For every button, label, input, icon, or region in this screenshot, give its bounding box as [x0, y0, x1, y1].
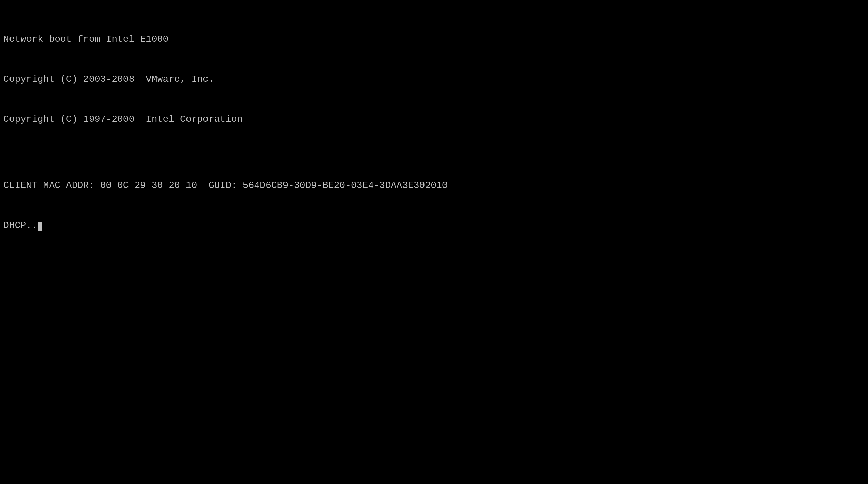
terminal-screen: Network boot from Intel E1000 Copyright … — [0, 0, 868, 484]
boot-line-3: Copyright (C) 1997-2000 Intel Corporatio… — [3, 113, 865, 126]
boot-line-dhcp: DHCP.. — [3, 219, 865, 232]
boot-line-mac-guid: CLIENT MAC ADDR: 00 0C 29 30 20 10 GUID:… — [3, 179, 865, 192]
boot-line-1: Network boot from Intel E1000 — [3, 33, 865, 46]
terminal-cursor — [38, 222, 42, 231]
boot-line-2: Copyright (C) 2003-2008 VMware, Inc. — [3, 73, 865, 86]
